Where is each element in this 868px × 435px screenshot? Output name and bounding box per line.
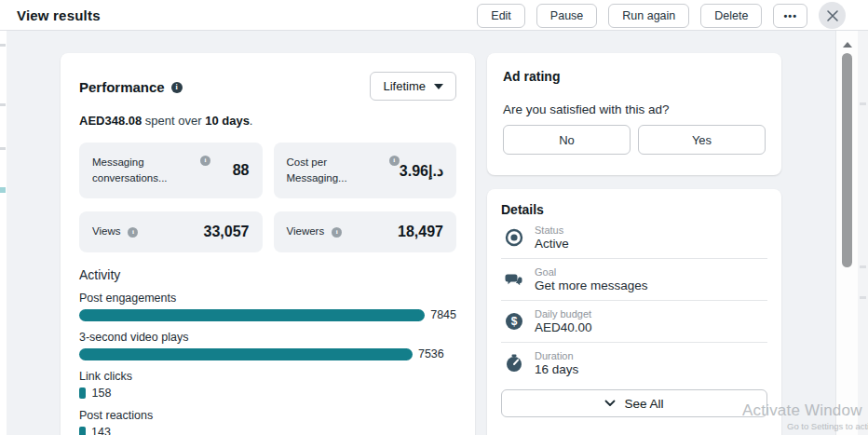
activity-bar-fill xyxy=(79,387,86,399)
background-fragment xyxy=(860,296,866,299)
info-icon[interactable] xyxy=(171,82,183,93)
spend-days: 10 days xyxy=(205,114,250,128)
ad-rating-title: Ad rating xyxy=(503,69,766,84)
header: View results Edit Pause Run again Delete… xyxy=(0,0,868,31)
bar-label: 3-second video plays xyxy=(79,331,456,344)
detail-value: Get more messages xyxy=(535,279,648,292)
performance-card: Performance Lifetime AED348.08 spent ove… xyxy=(61,53,475,435)
metric-label: Viewers xyxy=(287,224,325,239)
rating-no-button[interactable]: No xyxy=(503,125,631,155)
metric-tile-views: Views 33,057 xyxy=(79,211,263,252)
info-icon[interactable] xyxy=(332,227,342,238)
performance-title: Performance xyxy=(79,79,165,95)
date-range-dropdown[interactable]: Lifetime xyxy=(370,72,456,101)
activity-bar-fill xyxy=(79,427,86,435)
details-card: Details Status Active xyxy=(487,189,781,435)
chat-bubbles-icon xyxy=(503,268,525,291)
metric-tile-cost-per-messaging: Cost per Messaging... 3.96د.إ xyxy=(274,143,457,198)
see-all-label: See All xyxy=(624,397,663,411)
detail-row-daily-budget: $ Daily budget AED40.00 xyxy=(501,300,767,342)
info-icon[interactable] xyxy=(200,156,210,166)
detail-row-goal: Goal Get more messages xyxy=(501,258,767,300)
metric-label: Cost per Messaging... xyxy=(287,155,382,187)
left-edge-strip xyxy=(0,31,7,435)
right-edge-strip xyxy=(858,0,868,435)
scrollbar-thumb[interactable] xyxy=(842,53,852,267)
metric-value: 18,497 xyxy=(398,224,443,240)
metric-label: Views xyxy=(92,224,120,239)
metric-value: 88 xyxy=(233,162,250,179)
delete-button[interactable]: Delete xyxy=(700,4,762,28)
stopwatch-icon xyxy=(503,352,525,374)
run-again-button[interactable]: Run again xyxy=(608,4,689,28)
activity-bar-post-engagements: Post engagements 7845 xyxy=(79,292,456,321)
bar-value: 158 xyxy=(91,387,111,400)
status-radio-icon xyxy=(503,226,525,249)
bar-value: 143 xyxy=(91,426,111,435)
detail-row-duration: Duration 16 days xyxy=(501,342,767,384)
detail-label: Daily budget xyxy=(535,308,592,319)
activity-bar-fill xyxy=(79,309,425,321)
metric-tiles: Messaging conversations... 88 Cost per M… xyxy=(79,143,456,252)
detail-value: Active xyxy=(535,237,569,251)
bar-label: Post reactions xyxy=(79,409,456,422)
detail-label: Duration xyxy=(535,350,578,361)
close-button[interactable] xyxy=(819,2,846,29)
close-icon xyxy=(826,9,839,22)
page-title: View results xyxy=(17,7,101,23)
activity-bar-video-plays: 3-second video plays 7536 xyxy=(79,331,456,360)
more-options-button[interactable]: ••• xyxy=(773,4,807,28)
detail-value: AED40.00 xyxy=(535,320,592,334)
detail-row-status: Status Active xyxy=(501,217,767,258)
svg-text:$: $ xyxy=(511,315,518,328)
dollar-circle-icon: $ xyxy=(503,310,525,333)
chevron-down-icon xyxy=(604,400,616,407)
activity-bar-link-clicks: Link clicks 158 xyxy=(79,370,456,400)
activity-bar-post-reactions: Post reactions 143 xyxy=(79,409,456,435)
pause-button[interactable]: Pause xyxy=(536,4,597,28)
background-fragment xyxy=(0,103,6,106)
metric-value: 3.96د.إ xyxy=(400,162,443,180)
see-all-button[interactable]: See All xyxy=(501,389,767,417)
ad-rating-question: Are you satisfied with this ad? xyxy=(503,102,766,116)
metric-value: 33,057 xyxy=(204,224,250,240)
header-actions: Edit Pause Run again Delete ••• xyxy=(477,0,846,31)
metric-tile-viewers: Viewers 18,497 xyxy=(274,211,457,252)
detail-label: Status xyxy=(535,224,569,236)
date-range-value: Lifetime xyxy=(383,79,426,93)
background-fragment xyxy=(860,265,866,268)
chevron-down-icon xyxy=(434,84,443,89)
scroll-up-arrow-icon[interactable] xyxy=(843,42,852,48)
metric-label: Messaging conversations... xyxy=(92,155,193,187)
activity-title: Activity xyxy=(79,267,456,282)
view-results-screen: View results Edit Pause Run again Delete… xyxy=(0,0,868,435)
info-icon[interactable] xyxy=(128,227,138,238)
rating-yes-button[interactable]: Yes xyxy=(638,125,766,155)
detail-label: Goal xyxy=(535,266,648,278)
scrollbar[interactable] xyxy=(835,31,858,435)
bar-value: 7536 xyxy=(418,347,444,360)
background-fragment xyxy=(860,102,866,105)
edit-button[interactable]: Edit xyxy=(477,4,525,28)
spend-summary: AED348.08 spent over 10 days. xyxy=(79,114,456,128)
content-area: Performance Lifetime AED348.08 spent ove… xyxy=(0,31,836,435)
spend-amount: AED348.08 xyxy=(79,114,142,128)
bar-value: 7845 xyxy=(430,308,456,321)
ad-rating-card: Ad rating Are you satisfied with this ad… xyxy=(487,53,781,175)
info-icon[interactable] xyxy=(389,156,400,166)
background-fragment xyxy=(0,187,6,193)
activity-bar-fill xyxy=(79,348,413,360)
detail-value: 16 days xyxy=(535,362,578,376)
bar-label: Link clicks xyxy=(79,370,456,383)
bar-label: Post engagements xyxy=(79,292,456,305)
background-fragment xyxy=(0,147,6,150)
metric-tile-messaging-conversations: Messaging conversations... 88 xyxy=(79,143,263,198)
details-title: Details xyxy=(501,202,767,217)
background-fragment xyxy=(0,44,6,47)
